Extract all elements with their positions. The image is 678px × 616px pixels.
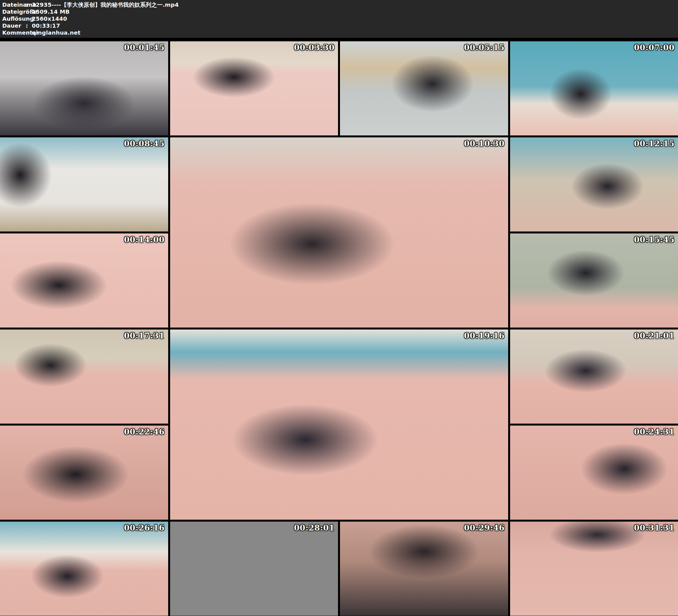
video-thumbnail[interactable]: 00:03:30 [170, 41, 338, 136]
video-thumbnail[interactable]: 00:01:45 [0, 41, 168, 136]
duration-value: 00:33:17 [32, 22, 60, 29]
timestamp-overlay: 00:28:01 [294, 523, 335, 533]
resolution-label: Auflösung [2, 15, 26, 22]
timestamp-overlay: 00:03:30 [294, 43, 335, 52]
meta-row-comment: Kommentar : qinglanhua.net [2, 29, 678, 36]
timestamp-overlay: 00:31:31 [634, 523, 675, 533]
timestamp-overlay: 00:07:00 [634, 43, 675, 52]
timestamp-overlay: 00:21:01 [634, 331, 675, 340]
separator: : [26, 15, 32, 22]
filesize-label: Dateigröße [2, 8, 26, 15]
video-thumbnail[interactable]: 00:28:01 [170, 522, 338, 616]
timestamp-overlay: 00:08:45 [124, 139, 165, 148]
separator: : [26, 8, 32, 15]
timestamp-overlay: 00:05:15 [464, 43, 505, 52]
video-thumbnail[interactable]: 00:14:00 [0, 233, 168, 328]
timestamp-overlay: 00:26:16 [124, 523, 165, 533]
timestamp-overlay: 00:01:45 [124, 43, 165, 52]
video-thumbnail[interactable]: 00:07:00 [510, 41, 678, 136]
video-thumbnail[interactable]: 00:24:31 [510, 426, 678, 519]
video-thumbnail[interactable]: 00:10:30 [170, 138, 508, 328]
filename-label: Dateiname [2, 1, 26, 8]
comment-label: Kommentar [2, 29, 26, 36]
video-thumbnail[interactable]: 00:31:31 [510, 522, 678, 616]
filesize-value: 1509.14 MB [32, 8, 70, 15]
separator: : [26, 1, 32, 8]
video-thumbnail[interactable]: 00:21:01 [510, 330, 678, 424]
resolution-value: 2560x1440 [32, 15, 67, 22]
timestamp-overlay: 00:12:15 [634, 139, 675, 148]
separator: : [26, 29, 32, 36]
metadata-header: Dateiname : 32935----【李大侠原创】我的秘书我的奴系列之一.… [0, 0, 678, 38]
timestamp-overlay: 00:19:16 [464, 331, 505, 340]
timestamp-overlay: 00:29:46 [464, 523, 505, 533]
duration-label: Dauer [2, 22, 26, 29]
video-thumbnail[interactable]: 00:19:16 [170, 330, 508, 519]
video-thumbnail[interactable]: 00:29:46 [340, 522, 508, 616]
separator: : [26, 22, 32, 29]
timestamp-overlay: 00:14:00 [124, 235, 165, 244]
meta-row-duration: Dauer : 00:33:17 [2, 22, 678, 29]
timestamp-overlay: 00:17:31 [124, 331, 165, 340]
video-thumbnail[interactable]: 00:15:45 [510, 233, 678, 328]
timestamp-overlay: 00:10:30 [464, 139, 505, 148]
video-thumbnail[interactable]: 00:22:46 [0, 426, 168, 519]
filename-value: 32935----【李大侠原创】我的秘书我的奴系列之一.mp4 [32, 1, 179, 8]
thumbnail-grid: 00:01:4500:03:3000:05:1500:07:0000:08:45… [0, 41, 678, 616]
video-thumbnail[interactable]: 00:05:15 [340, 41, 508, 136]
contact-sheet: Dateiname : 32935----【李大侠原创】我的秘书我的奴系列之一.… [0, 0, 678, 616]
timestamp-overlay: 00:24:31 [634, 427, 675, 436]
video-thumbnail[interactable]: 00:17:31 [0, 330, 168, 424]
meta-row-filename: Dateiname : 32935----【李大侠原创】我的秘书我的奴系列之一.… [2, 1, 678, 8]
meta-row-resolution: Auflösung : 2560x1440 [2, 15, 678, 22]
timestamp-overlay: 00:22:46 [124, 427, 165, 436]
meta-row-filesize: Dateigröße : 1509.14 MB [2, 8, 678, 15]
video-thumbnail[interactable]: 00:08:45 [0, 138, 168, 231]
video-thumbnail[interactable]: 00:26:16 [0, 522, 168, 616]
video-thumbnail[interactable]: 00:12:15 [510, 138, 678, 231]
timestamp-overlay: 00:15:45 [634, 235, 675, 244]
comment-value: qinglanhua.net [32, 29, 80, 36]
